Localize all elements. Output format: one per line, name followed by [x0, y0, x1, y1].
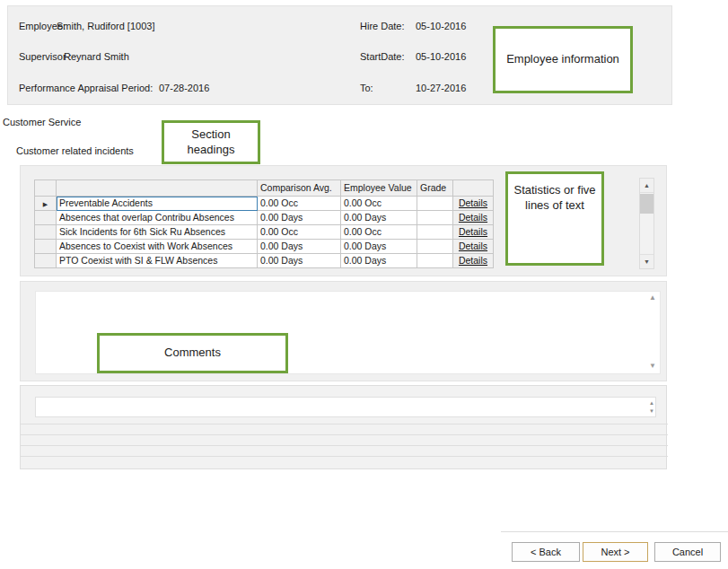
- to-label: To:: [360, 83, 373, 93]
- column-header-details: [453, 180, 494, 197]
- callout-statistics: Statistics or five lines of text: [505, 171, 604, 266]
- scroll-down-icon[interactable]: ▼: [640, 254, 653, 268]
- row-selector-cell[interactable]: [35, 211, 57, 225]
- column-header-employee-value: Employee Value: [341, 180, 417, 197]
- employee-value: Smith, Rudiford [1003]: [57, 21, 154, 31]
- footer-divider: [501, 531, 728, 532]
- scroll-up-icon[interactable]: ▲: [640, 179, 653, 193]
- grade-cell[interactable]: [417, 211, 453, 225]
- back-button[interactable]: < Back: [512, 542, 580, 562]
- supervisor-value: Reynard Smith: [64, 51, 129, 62]
- details-button[interactable]: Details: [453, 211, 494, 225]
- employee-value-cell[interactable]: 0.00 Days: [341, 211, 417, 225]
- comparison-avg-cell[interactable]: 0.00 Days: [258, 240, 341, 254]
- metric-name-cell[interactable]: Absences that overlap Contribu Absences: [57, 211, 258, 225]
- summary-panel: ▲ ▼: [20, 385, 667, 469]
- column-header-selector: [35, 180, 57, 197]
- appraisal-period-label: Performance Appraisal Period:: [19, 83, 153, 93]
- row-selector-cell[interactable]: [35, 254, 57, 268]
- hire-date-label: Hire Date:: [360, 21, 405, 31]
- callout-comments: Comments: [97, 333, 288, 373]
- grade-cell[interactable]: [417, 225, 453, 240]
- appraisal-window: Employee: Smith, Rudiford [1003] Hire Da…: [0, 0, 728, 569]
- column-header-grade: Grade: [417, 180, 453, 197]
- to-value: 10-27-2016: [416, 83, 466, 93]
- hire-date-value: 05-10-2016: [416, 21, 466, 31]
- callout-employee-information: Employee information: [493, 26, 633, 93]
- start-date-label: StartDate:: [360, 51, 405, 62]
- statistics-table: Comparison Avg. Employee Value Grade ▶ P…: [34, 179, 494, 268]
- column-header-name: [57, 180, 258, 197]
- metric-name-cell[interactable]: Preventable Accidents: [57, 197, 258, 211]
- employee-value-cell[interactable]: 0.00 Occ: [341, 197, 417, 211]
- appraisal-period-value: 07-28-2016: [159, 83, 209, 93]
- metric-name-cell[interactable]: PTO Coexist with SI & FLW Absences: [57, 254, 258, 268]
- details-label: Details: [459, 255, 487, 266]
- grade-cell[interactable]: [417, 240, 453, 254]
- callout-section-headings: Section headings: [162, 120, 260, 164]
- comparison-avg-cell[interactable]: 0.00 Occ: [258, 225, 341, 240]
- comparison-avg-cell[interactable]: 0.00 Occ: [258, 197, 341, 211]
- comparison-avg-cell[interactable]: 0.00 Days: [258, 211, 341, 225]
- row-selector-icon: ▶: [43, 201, 48, 207]
- grade-cell[interactable]: [417, 254, 453, 268]
- details-label: Details: [459, 241, 487, 251]
- details-label: Details: [459, 212, 487, 223]
- employee-value-cell[interactable]: 0.00 Occ: [341, 225, 417, 240]
- details-button[interactable]: Details: [453, 197, 494, 211]
- row-selector-cell[interactable]: [35, 225, 57, 240]
- cancel-button[interactable]: Cancel: [654, 542, 721, 562]
- spinner-up-icon[interactable]: ▲: [649, 400, 654, 407]
- details-button[interactable]: Details: [453, 240, 494, 254]
- start-date-value: 05-10-2016: [416, 51, 466, 62]
- metric-name-cell[interactable]: Sick Incidents for 6th Sick Ru Absences: [57, 225, 258, 240]
- divider-line: [21, 445, 668, 446]
- section-title: Customer Service: [3, 117, 81, 127]
- divider-line: [21, 456, 668, 457]
- divider-line: [21, 424, 668, 425]
- comments-scroll-down-icon[interactable]: ▼: [649, 363, 656, 370]
- details-button[interactable]: Details: [453, 254, 494, 268]
- next-button[interactable]: Next >: [583, 542, 648, 562]
- metric-name-cell[interactable]: Absences to Coexist with Work Absences: [57, 240, 258, 254]
- divider-line: [21, 434, 668, 435]
- table-scrollbar[interactable]: ▲ ▼: [639, 178, 654, 269]
- row-selector-cell[interactable]: [35, 240, 57, 254]
- row-selector-cell[interactable]: ▶: [35, 197, 57, 211]
- details-button[interactable]: Details: [453, 225, 494, 240]
- section-subtitle: Customer related incidents: [16, 145, 134, 156]
- details-label: Details: [459, 226, 487, 237]
- details-label: Details: [459, 197, 487, 208]
- employee-value-cell[interactable]: 0.00 Days: [341, 254, 417, 268]
- employee-value-cell[interactable]: 0.00 Days: [341, 240, 417, 254]
- overall-grade-input[interactable]: [35, 397, 656, 417]
- column-header-comparison-avg: Comparison Avg.: [258, 180, 341, 197]
- comments-scroll-up-icon[interactable]: ▲: [649, 294, 656, 302]
- spinner-down-icon[interactable]: ▼: [649, 408, 654, 415]
- grade-cell[interactable]: [417, 197, 453, 211]
- scrollbar-thumb[interactable]: [640, 194, 653, 214]
- comparison-avg-cell[interactable]: 0.00 Days: [258, 254, 341, 268]
